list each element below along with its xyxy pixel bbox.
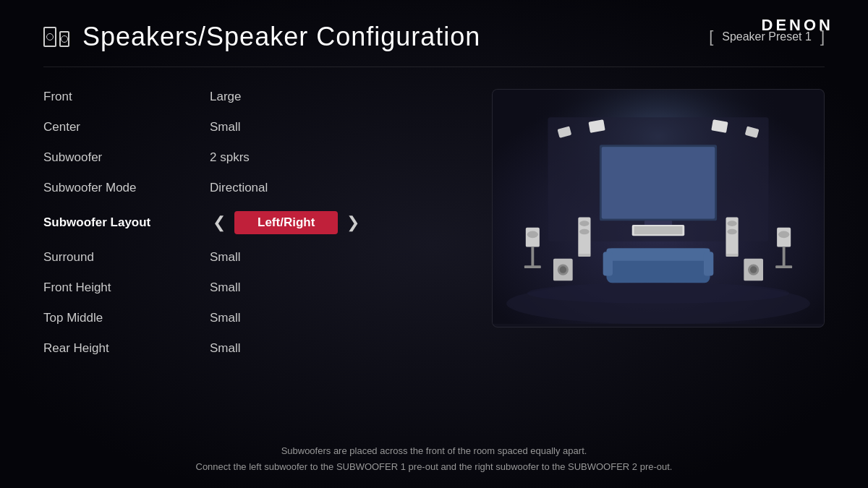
svg-rect-29 <box>783 247 786 268</box>
svg-rect-21 <box>727 229 736 235</box>
main-content: Front Large Center Small Subwoofer 2 spk… <box>43 67 825 435</box>
svg-rect-18 <box>578 254 590 257</box>
svg-rect-14 <box>634 226 683 234</box>
label-subwoofer-layout: Subwoofer Layout <box>43 215 210 230</box>
svg-rect-11 <box>603 252 613 275</box>
setting-row-center: Center Small <box>43 112 463 142</box>
setting-row-subwoofer-layout[interactable]: Subwoofer Layout ❮ Left/Right ❯ <box>43 203 463 242</box>
label-surround: Surround <box>43 250 210 265</box>
svg-rect-26 <box>524 265 541 268</box>
value-subwoofer-mode: Directional <box>210 181 268 195</box>
setting-row-subwoofer: Subwoofer 2 spkrs <box>43 142 463 173</box>
setting-row-front: Front Large <box>43 82 463 112</box>
value-front-height: Small <box>210 281 241 295</box>
room-diagram-svg <box>493 90 824 324</box>
page-title: Speakers/Speaker Configuration <box>82 22 480 52</box>
selector-subwoofer-layout[interactable]: ❮ Left/Right ❯ <box>210 211 362 234</box>
footer-line1: Subwoofers are placed across the front o… <box>43 443 825 459</box>
speaker-box-right <box>59 31 69 47</box>
svg-rect-25 <box>531 247 534 268</box>
svg-point-36 <box>750 266 757 273</box>
footer-info: Subwoofers are placed across the front o… <box>43 435 825 488</box>
svg-rect-22 <box>726 254 739 257</box>
label-subwoofer: Subwoofer <box>43 150 210 165</box>
setting-row-subwoofer-mode: Subwoofer Mode Directional <box>43 173 463 203</box>
value-subwoofer: 2 spkrs <box>210 150 250 165</box>
bracket-left: [ <box>709 27 713 46</box>
arrow-left-button[interactable]: ❮ <box>210 213 229 232</box>
label-front-height: Front Height <box>43 281 210 295</box>
speaker-box-left <box>43 27 56 47</box>
label-top-middle: Top Middle <box>43 311 210 325</box>
selected-value-subwoofer-layout: Left/Right <box>234 211 338 234</box>
label-subwoofer-mode: Subwoofer Mode <box>43 181 210 195</box>
svg-rect-17 <box>579 229 589 235</box>
value-center: Small <box>210 120 241 134</box>
setting-row-front-height: Front Height Small <box>43 273 463 303</box>
arrow-right-button[interactable]: ❯ <box>344 213 362 232</box>
setting-row-top-middle: Top Middle Small <box>43 303 463 333</box>
page-header: Speakers/Speaker Configuration [ Speaker… <box>43 0 825 67</box>
setting-row-rear-height: Rear Height Small <box>43 333 463 364</box>
svg-rect-10 <box>606 248 710 260</box>
svg-rect-6 <box>602 147 715 218</box>
value-top-middle: Small <box>210 311 241 325</box>
svg-rect-20 <box>727 221 736 226</box>
label-center: Center <box>43 120 210 134</box>
speaker-visualization <box>492 89 825 328</box>
header-left: Speakers/Speaker Configuration <box>43 22 480 52</box>
footer-line2: Connect the left subwoofer to the SUBWOO… <box>43 459 825 475</box>
svg-rect-24 <box>527 231 538 239</box>
value-surround: Small <box>210 250 241 265</box>
main-page: DENON Speakers/Speaker Configuration [ S… <box>0 0 868 488</box>
label-rear-height: Rear Height <box>43 341 210 356</box>
svg-rect-12 <box>704 252 713 275</box>
speaker-config-icon <box>43 27 69 47</box>
value-rear-height: Small <box>210 341 241 356</box>
label-front: Front <box>43 90 210 104</box>
svg-rect-28 <box>778 231 789 239</box>
svg-point-33 <box>560 266 567 273</box>
svg-point-41 <box>527 283 790 304</box>
setting-row-surround: Surround Small <box>43 242 463 273</box>
svg-rect-30 <box>775 265 792 268</box>
svg-rect-16 <box>579 221 589 226</box>
brand-logo: DENON <box>762 16 833 35</box>
value-front: Large <box>210 90 241 104</box>
settings-list: Front Large Center Small Subwoofer 2 spk… <box>43 82 463 427</box>
